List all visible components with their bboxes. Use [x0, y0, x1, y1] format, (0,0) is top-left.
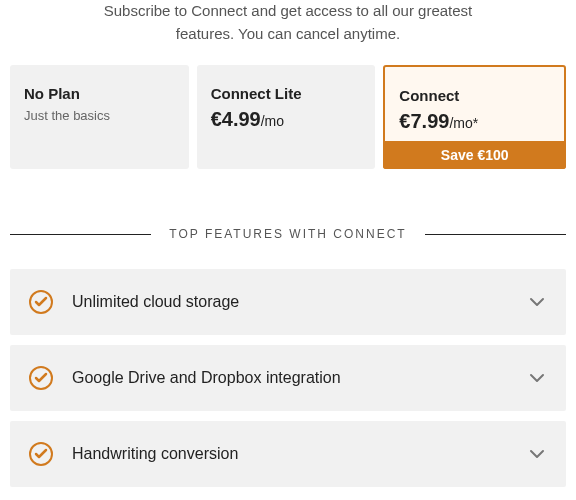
feature-label: Google Drive and Dropbox integration [72, 369, 526, 387]
feature-row-integration[interactable]: Google Drive and Dropbox integration [10, 345, 566, 411]
chevron-down-icon [526, 291, 548, 313]
divider-line [10, 234, 151, 235]
feature-label: Unlimited cloud storage [72, 293, 526, 311]
plan-no-plan[interactable]: No Plan Just the basics [10, 65, 189, 169]
features-header: TOP FEATURES WITH CONNECT [0, 209, 576, 269]
plan-period: /mo* [449, 115, 478, 131]
plan-title: Connect Lite [211, 85, 362, 102]
plans-row: No Plan Just the basics Connect Lite €4.… [0, 65, 576, 209]
features-header-label: TOP FEATURES WITH CONNECT [151, 227, 424, 241]
chevron-down-icon [526, 367, 548, 389]
feature-row-storage[interactable]: Unlimited cloud storage [10, 269, 566, 335]
plan-price: €7.99 [399, 110, 449, 132]
subtitle-line2: features. You can cancel anytime. [176, 25, 400, 42]
plan-price: €4.99 [211, 108, 261, 130]
feature-row-handwriting[interactable]: Handwriting conversion [10, 421, 566, 487]
plan-period: /mo [261, 113, 284, 129]
plan-title: Connect [399, 87, 550, 104]
subtitle: Subscribe to Connect and get access to a… [0, 0, 576, 65]
check-icon [28, 289, 54, 315]
check-icon [28, 365, 54, 391]
save-badge: Save €100 [383, 141, 566, 169]
plan-connect[interactable]: Connect €7.99/mo* Save €100 [383, 65, 566, 169]
plan-title: No Plan [24, 85, 175, 102]
subtitle-line1: Subscribe to Connect and get access to a… [104, 2, 473, 19]
check-icon [28, 441, 54, 467]
feature-label: Handwriting conversion [72, 445, 526, 463]
chevron-down-icon [526, 443, 548, 465]
plan-connect-lite[interactable]: Connect Lite €4.99/mo [197, 65, 376, 169]
divider-line [425, 234, 566, 235]
plan-subtitle: Just the basics [24, 108, 175, 123]
